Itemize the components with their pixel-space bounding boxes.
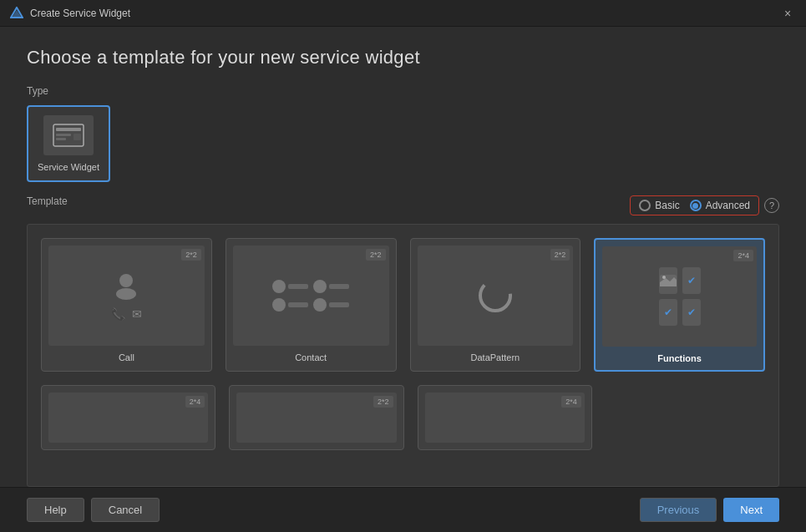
datapattern-label: DataPattern (471, 352, 520, 362)
func-check-3: ✔ (687, 307, 696, 318)
bottom-template-2[interactable]: 2*2 (229, 385, 403, 450)
page-title: Choose a template for your new service w… (27, 47, 779, 68)
svg-rect-3 (56, 128, 81, 131)
radio-advanced-circle (690, 200, 702, 211)
type-cards-container: Service Widget (27, 105, 779, 182)
footer-right: Previous Next (640, 498, 779, 522)
datapattern-icon (475, 276, 515, 316)
svg-point-9 (480, 281, 510, 311)
bottom-template-2-inner: 2*2 (236, 393, 396, 443)
radio-advanced[interactable]: Advanced (690, 200, 750, 211)
contact-label: Contact (295, 352, 327, 362)
type-card-label: Service Widget (38, 162, 99, 172)
bottom-template-1[interactable]: 2*4 (41, 385, 215, 450)
template-card-contact-inner: 2*2 (233, 246, 389, 346)
call-icon: 📞 ✉ (111, 271, 142, 321)
call-avatar-icon (111, 271, 141, 301)
bottom-templates-row: 2*4 2*2 2*4 (41, 385, 765, 450)
call-badge: 2*2 (181, 249, 201, 261)
func-landscape-icon (659, 274, 677, 287)
template-radio-group: Basic Advanced (630, 195, 759, 215)
template-card-call-inner: 2*2 📞 ✉ (48, 246, 205, 346)
datapattern-badge: 2*2 (550, 249, 570, 261)
svg-point-8 (116, 288, 136, 300)
contact-badge: 2*2 (366, 249, 386, 261)
svg-rect-5 (56, 138, 66, 140)
radio-basic[interactable]: Basic (639, 200, 679, 211)
contact-item-1 (272, 280, 308, 293)
template-card-datapattern-inner: 2*2 (418, 246, 574, 346)
cancel-button[interactable]: Cancel (91, 498, 160, 522)
contact-item-3 (272, 298, 308, 312)
functions-grid: ✔ ✔ ✔ (659, 267, 701, 326)
templates-grid: 2*2 📞 ✉ (41, 238, 765, 372)
func-cell-2: ✔ (682, 267, 701, 294)
template-section: Template Basic Advanced ? (27, 195, 779, 487)
template-header: Template Basic Advanced ? (27, 195, 779, 215)
templates-area[interactable]: 2*2 📞 ✉ (27, 224, 779, 487)
contacts-icon (272, 280, 349, 312)
bottom-template-3-inner: 2*4 (425, 393, 585, 443)
func-cell-1 (659, 267, 677, 294)
next-button[interactable]: Next (723, 498, 779, 522)
template-card-call[interactable]: 2*2 📞 ✉ (41, 238, 212, 372)
service-widget-icon (52, 123, 85, 148)
template-section-label: Template (27, 195, 68, 207)
template-card-datapattern[interactable]: 2*2 DataPattern (410, 238, 581, 372)
radio-basic-label: Basic (655, 200, 679, 211)
bottom-template-3[interactable]: 2*4 (418, 385, 592, 450)
template-card-functions[interactable]: 2*4 ✔ (594, 238, 765, 372)
help-tooltip-icon[interactable]: ? (764, 198, 779, 213)
template-card-contact[interactable]: 2*2 (226, 238, 397, 372)
dialog-body: Choose a template for your new service w… (0, 27, 806, 487)
contact-item-2 (313, 280, 349, 293)
functions-badge: 2*4 (733, 250, 753, 261)
radio-advanced-label: Advanced (706, 200, 750, 211)
bottom-badge-1: 2*4 (185, 396, 205, 408)
bottom-badge-2: 2*2 (373, 396, 393, 408)
call-symbols: 📞 ✉ (111, 307, 142, 321)
type-section: Type Service Widget (27, 85, 779, 182)
func-cell-4: ✔ (682, 299, 701, 326)
type-section-label: Type (27, 85, 779, 97)
svg-rect-6 (74, 134, 81, 140)
bottom-template-1-inner: 2*4 (48, 393, 208, 443)
help-button[interactable]: Help (27, 498, 84, 522)
bottom-badge-3: 2*4 (561, 396, 581, 408)
type-card-service-widget[interactable]: Service Widget (27, 105, 110, 182)
bottom-template-placeholder (606, 385, 765, 450)
func-check-2: ✔ (664, 307, 672, 318)
svg-point-12 (662, 276, 666, 279)
svg-rect-4 (56, 134, 71, 136)
title-bar-left: Create Service Widget (10, 7, 130, 20)
func-cell-3: ✔ (659, 299, 677, 326)
dialog-footer: Help Cancel Previous Next (0, 487, 806, 532)
footer-left: Help Cancel (27, 498, 160, 522)
template-card-functions-inner: 2*4 ✔ (602, 246, 757, 347)
app-logo-icon (10, 7, 23, 20)
title-bar: Create Service Widget × (0, 0, 806, 27)
dialog: Create Service Widget × Choose a templat… (0, 0, 806, 532)
contact-item-4 (313, 298, 349, 312)
service-widget-icon-box (43, 115, 94, 155)
radio-basic-circle (639, 200, 651, 211)
call-label: Call (119, 352, 134, 362)
close-button[interactable]: × (779, 5, 796, 22)
previous-button[interactable]: Previous (640, 498, 717, 522)
svg-point-7 (119, 274, 133, 287)
func-check-1: ✔ (687, 275, 696, 286)
functions-label: Functions (657, 353, 702, 363)
window-title: Create Service Widget (30, 8, 130, 19)
